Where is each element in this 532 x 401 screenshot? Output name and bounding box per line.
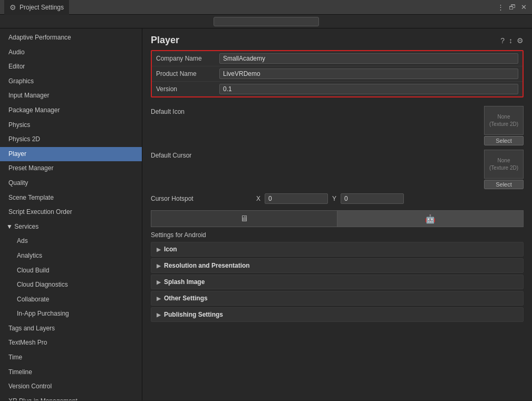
sidebar-item-xr-plugin-management[interactable]: XR Plug-in Management bbox=[0, 394, 142, 400]
company-name-input[interactable] bbox=[219, 53, 518, 64]
section-header-publishing[interactable]: ▶ Publishing Settings bbox=[151, 308, 523, 321]
sidebar-item-time[interactable]: Time bbox=[0, 350, 142, 365]
settings-icon: ⚙ bbox=[9, 3, 16, 12]
search-wrap: 🔍 bbox=[214, 17, 319, 26]
cursor-hotspot-label: Cursor Hotspot bbox=[151, 195, 256, 202]
default-icon-preview-text: None(Texture 2D) bbox=[489, 113, 518, 128]
sidebar-item-tags-and-layers[interactable]: Tags and Layers bbox=[0, 321, 142, 336]
chevron-right-icon: ▶ bbox=[157, 312, 161, 318]
hotspot-x-input[interactable] bbox=[265, 193, 328, 204]
section-label-icon: Icon bbox=[164, 246, 177, 253]
hotspot-x-field: X bbox=[256, 193, 328, 204]
default-icon-label: Default Icon bbox=[151, 106, 256, 115]
sidebar-item-services[interactable]: ▼ Services bbox=[0, 220, 142, 234]
window-title: Project Settings bbox=[20, 4, 64, 11]
default-cursor-preview: None(Texture 2D) bbox=[484, 150, 524, 179]
chevron-right-icon: ▶ bbox=[157, 296, 161, 301]
unlock-icon[interactable]: ↕ bbox=[509, 36, 512, 45]
collapsible-sections: ▶ Icon ▶ Resolution and Presentation ▶ S… bbox=[142, 242, 532, 322]
settings-for-android-label: Settings for Android bbox=[142, 229, 532, 242]
default-cursor-preview-area: None(Texture 2D) Select bbox=[484, 150, 524, 189]
sidebar-item-ads[interactable]: Ads bbox=[0, 234, 142, 249]
company-name-row: Company Name bbox=[152, 51, 523, 66]
hotspot-x-label: X bbox=[256, 195, 263, 202]
section-header-icon[interactable]: ▶ Icon bbox=[151, 242, 523, 256]
sidebar-item-script-execution-order[interactable]: Script Execution Order bbox=[0, 205, 142, 220]
android-platform-icon: 🤖 bbox=[425, 214, 436, 224]
sidebar-item-cloud-diagnostics[interactable]: Cloud Diagnostics bbox=[0, 278, 142, 292]
hotspot-y-input[interactable] bbox=[341, 193, 404, 204]
default-icon-section: Default Icon None(Texture 2D) Select bbox=[142, 104, 532, 148]
sidebar-item-physics-2d[interactable]: Physics 2D bbox=[0, 132, 142, 147]
player-header: Player ? ↕ ⚙ bbox=[142, 28, 532, 50]
company-name-label: Company Name bbox=[156, 55, 219, 62]
platform-tab-standalone[interactable]: 🖥 bbox=[151, 211, 337, 227]
player-info-box: Company Name Product Name Version bbox=[151, 50, 524, 97]
sidebar-item-player[interactable]: Player bbox=[0, 147, 142, 162]
version-label: Version bbox=[156, 85, 219, 93]
section-resolution: ▶ Resolution and Presentation bbox=[151, 258, 524, 273]
more-options-icon[interactable]: ⋮ bbox=[496, 3, 505, 12]
sidebar-item-graphics[interactable]: Graphics bbox=[0, 74, 142, 89]
sidebar-item-analytics[interactable]: Analytics bbox=[0, 249, 142, 263]
main-layout: Adaptive PerformanceAudioEditorGraphicsI… bbox=[0, 28, 532, 400]
section-label-resolution: Resolution and Presentation bbox=[164, 262, 250, 269]
title-bar-actions: ⋮ 🗗 ✕ bbox=[496, 3, 528, 12]
title-bar-tab: ⚙ Project Settings bbox=[4, 0, 69, 15]
help-icon[interactable]: ? bbox=[500, 36, 505, 45]
sidebar-item-collaborate[interactable]: Collaborate bbox=[0, 292, 142, 307]
sidebar-item-preset-manager[interactable]: Preset Manager bbox=[0, 161, 142, 176]
default-cursor-label: Default Cursor bbox=[151, 150, 256, 159]
sidebar-item-audio[interactable]: Audio bbox=[0, 45, 142, 60]
cursor-hotspot-inputs: X Y bbox=[256, 193, 524, 204]
sidebar-item-package-manager[interactable]: Package Manager bbox=[0, 103, 142, 118]
section-label-splash: Splash Image bbox=[164, 278, 205, 286]
section-header-resolution[interactable]: ▶ Resolution and Presentation bbox=[151, 259, 523, 272]
sidebar-item-textmesh-pro[interactable]: TextMesh Pro bbox=[0, 336, 142, 350]
sidebar-item-quality[interactable]: Quality bbox=[0, 176, 142, 191]
section-publishing: ▶ Publishing Settings bbox=[151, 307, 524, 322]
default-icon-preview-area: None(Texture 2D) Select bbox=[484, 106, 524, 145]
sidebar-item-timeline[interactable]: Timeline bbox=[0, 365, 142, 380]
default-icon-select-button[interactable]: Select bbox=[484, 136, 524, 145]
hotspot-y-label: Y bbox=[332, 195, 338, 202]
sidebar-item-cloud-build[interactable]: Cloud Build bbox=[0, 263, 142, 278]
platform-tabs: 🖥🤖 bbox=[151, 210, 524, 227]
content-area: Player ? ↕ ⚙ Company Name Product Name V… bbox=[142, 28, 532, 400]
section-header-other[interactable]: ▶ Other Settings bbox=[151, 291, 523, 305]
search-input[interactable] bbox=[214, 17, 319, 26]
gear-icon[interactable]: ⚙ bbox=[517, 36, 524, 45]
default-cursor-preview-text: None(Texture 2D) bbox=[489, 157, 518, 172]
section-other: ▶ Other Settings bbox=[151, 291, 524, 306]
version-input[interactable] bbox=[219, 84, 518, 94]
chevron-right-icon: ▶ bbox=[157, 247, 161, 252]
standalone-platform-icon: 🖥 bbox=[240, 214, 248, 223]
sidebar-item-adaptive-performance[interactable]: Adaptive Performance bbox=[0, 31, 142, 45]
product-name-row: Product Name bbox=[152, 66, 523, 82]
sidebar-item-in-app-purchasing[interactable]: In-App Purchasing bbox=[0, 307, 142, 321]
sidebar-item-version-control[interactable]: Version Control bbox=[0, 379, 142, 394]
sidebar-item-input-manager[interactable]: Input Manager bbox=[0, 89, 142, 103]
sidebar-item-scene-template[interactable]: Scene Template bbox=[0, 191, 142, 206]
sidebar: Adaptive PerformanceAudioEditorGraphicsI… bbox=[0, 28, 142, 400]
chevron-right-icon: ▶ bbox=[157, 279, 161, 285]
product-name-label: Product Name bbox=[156, 70, 219, 77]
player-icons: ? ↕ ⚙ bbox=[500, 36, 524, 45]
version-row: Version bbox=[152, 82, 523, 96]
sidebar-item-editor[interactable]: Editor bbox=[0, 60, 142, 74]
section-header-splash[interactable]: ▶ Splash Image bbox=[151, 275, 523, 289]
close-icon[interactable]: ✕ bbox=[519, 3, 528, 12]
title-bar: ⚙ Project Settings ⋮ 🗗 ✕ bbox=[0, 0, 532, 15]
chevron-right-icon: ▶ bbox=[157, 263, 161, 269]
platform-tab-android[interactable]: 🤖 bbox=[337, 211, 523, 227]
section-icon: ▶ Icon bbox=[151, 242, 524, 257]
sidebar-item-physics[interactable]: Physics bbox=[0, 118, 142, 133]
product-name-input[interactable] bbox=[219, 69, 518, 79]
section-label-publishing: Publishing Settings bbox=[164, 311, 223, 318]
cursor-hotspot-row: Cursor Hotspot X Y bbox=[142, 191, 532, 206]
hotspot-y-field: Y bbox=[332, 193, 404, 204]
section-label-other: Other Settings bbox=[164, 295, 208, 302]
default-cursor-select-button[interactable]: Select bbox=[484, 180, 524, 189]
maximize-icon[interactable]: 🗗 bbox=[508, 3, 516, 12]
page-title: Player bbox=[151, 35, 179, 46]
